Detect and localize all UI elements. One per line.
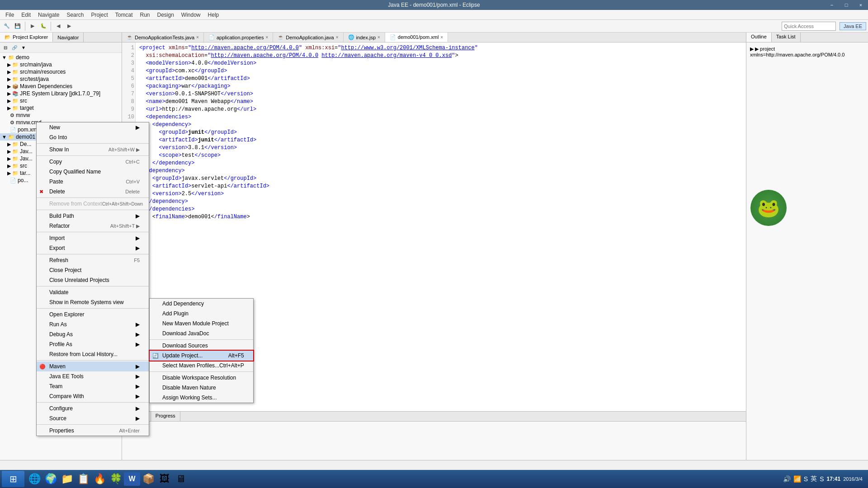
collapse-all-button[interactable]: ⊟ xyxy=(1,43,10,52)
toolbar-run[interactable]: ▶ xyxy=(28,21,38,31)
start-button[interactable]: ⊞ xyxy=(2,471,24,487)
tab-navigator[interactable]: Navigator xyxy=(53,33,84,42)
tab-pom-xml[interactable]: 📄 demo001/pom.xml × xyxy=(385,33,448,42)
maven-update-project[interactable]: 🔄 Update Project... Alt+F5 xyxy=(150,351,253,361)
taskbar-winamp-icon[interactable]: 📋 xyxy=(75,471,91,487)
cm-source[interactable]: Source▶ xyxy=(37,413,149,423)
tree-item-src-main-java[interactable]: ▶ 📁 src/main/java xyxy=(0,61,122,68)
menu-item-file[interactable]: File xyxy=(2,11,18,19)
tree-item-mvnw[interactable]: ⚙ mnvw xyxy=(0,112,122,119)
cm-open-explorer[interactable]: Open Explorer xyxy=(37,310,149,319)
taskbar-leaf-icon[interactable]: 🍀 xyxy=(108,471,124,487)
taskbar-img-icon[interactable]: 🖼 xyxy=(156,471,173,487)
cm-close-project[interactable]: Close Project xyxy=(37,265,149,275)
cm-go-into[interactable]: Go Into xyxy=(37,132,149,142)
cm-restore[interactable]: Restore from Local History... xyxy=(37,349,149,359)
tab-project-explorer[interactable]: 📂 Project Explorer xyxy=(0,33,53,42)
menu-item-help[interactable]: Help xyxy=(204,11,223,19)
cm-profile-as[interactable]: Profile As▶ xyxy=(37,339,149,349)
quick-access-input[interactable] xyxy=(782,22,836,31)
menu-item-run[interactable]: Run xyxy=(136,11,153,19)
maven-new-module[interactable]: New Maven Module Project xyxy=(150,319,253,328)
cm-show-remote[interactable]: Show in Remote Systems view xyxy=(37,297,149,307)
java-ee-perspective[interactable]: Java EE xyxy=(840,22,866,30)
tray-icon-s[interactable]: S xyxy=(820,475,824,483)
menu-item-project[interactable]: Project xyxy=(87,11,111,19)
cm-copy[interactable]: CopyCtrl+C xyxy=(37,157,149,167)
maven-download-javadoc[interactable]: Download JavaDoc xyxy=(150,328,253,338)
minimize-button[interactable]: − xyxy=(825,0,839,10)
cm-validate[interactable]: Validate xyxy=(37,287,149,297)
tree-item-demo[interactable]: ▼ 📁 demo xyxy=(0,54,122,61)
explorer-menu-button[interactable]: ▼ xyxy=(19,43,28,52)
cm-configure[interactable]: Configure▶ xyxy=(37,404,149,413)
tree-item-src-test[interactable]: ▶ 📁 src/test/java xyxy=(0,75,122,83)
tab-close[interactable]: × xyxy=(266,35,269,40)
tab-outline[interactable]: Outline xyxy=(746,33,772,42)
tree-item-maven-deps[interactable]: ▶ 📦 Maven Dependencies xyxy=(0,83,122,90)
cm-refresh[interactable]: RefreshF5 xyxy=(37,255,149,265)
tree-item-target[interactable]: ▶ 📁 target xyxy=(0,104,122,112)
maven-add-dep[interactable]: Add Dependency xyxy=(150,299,253,309)
cm-remove-context[interactable]: Remove from ContextCtrl+Alt+Shift+Down xyxy=(37,199,149,209)
taskbar-explorer-icon[interactable]: 📁 xyxy=(59,471,75,487)
taskbar-edge-icon[interactable]: 🌍 xyxy=(42,471,59,487)
toolbar-back[interactable]: ◀ xyxy=(53,21,63,31)
cm-properties[interactable]: PropertiesAlt+Enter xyxy=(37,426,149,436)
tray-icon-4[interactable]: 英 xyxy=(811,475,817,483)
outline-item[interactable]: ▶ ▶ project xmlns=http://maven.apache.or… xyxy=(748,44,866,59)
tab-close[interactable]: × xyxy=(377,35,380,40)
cm-import[interactable]: Import▶ xyxy=(37,233,149,243)
toolbar-forward[interactable]: ▶ xyxy=(64,21,74,31)
menu-item-edit[interactable]: Edit xyxy=(18,11,34,19)
maximize-button[interactable]: □ xyxy=(839,0,854,10)
tab-close[interactable]: × xyxy=(196,35,199,40)
cm-delete[interactable]: ✖DeleteDelete xyxy=(37,187,149,197)
toolbar-save[interactable]: 💾 xyxy=(13,21,23,31)
tab-index-jsp[interactable]: 🌐 index.jsp × xyxy=(344,33,385,42)
toolbar-new[interactable]: 🔧 xyxy=(2,21,12,31)
menu-item-tomcat[interactable]: Tomcat xyxy=(112,11,137,19)
menu-item-search[interactable]: Search xyxy=(63,11,87,19)
tab-close[interactable]: × xyxy=(336,35,339,40)
cm-refactor[interactable]: RefactorAlt+Shift+T ▶ xyxy=(37,221,149,231)
cm-new[interactable]: New▶ xyxy=(37,122,149,132)
taskbar-ie-icon[interactable]: 🌐 xyxy=(26,471,42,487)
cm-build-path[interactable]: Build Path▶ xyxy=(37,211,149,221)
link-editor-button[interactable]: 🔗 xyxy=(10,43,19,52)
cm-close-unrelated[interactable]: Close Unrelated Projects xyxy=(37,275,149,285)
maven-select-profiles[interactable]: Select Maven Profiles...Ctrl+Alt+P xyxy=(150,361,253,371)
cm-copy-qualified[interactable]: Copy Qualified Name xyxy=(37,167,149,177)
maven-disable-nature[interactable]: Disable Maven Nature xyxy=(150,383,253,393)
maven-assign-working-sets[interactable]: Assign Working Sets... xyxy=(150,393,253,403)
cm-debug-as[interactable]: Debug As▶ xyxy=(37,329,149,339)
maven-add-plugin[interactable]: Add Plugin xyxy=(150,309,253,319)
tab-demo-app[interactable]: ☕ DemoApplication.java × xyxy=(273,33,343,42)
close-button[interactable]: × xyxy=(854,0,868,10)
tab-app-properties[interactable]: 📄 application.properties × xyxy=(204,33,273,42)
taskbar-firefox-icon[interactable]: 🔥 xyxy=(91,471,108,487)
tab-progress[interactable]: Progress xyxy=(151,412,180,421)
cm-run-as[interactable]: Run As▶ xyxy=(37,319,149,329)
menu-item-design[interactable]: Design xyxy=(154,11,178,19)
tab-task-list[interactable]: Task List xyxy=(772,33,801,42)
cm-export[interactable]: Export▶ xyxy=(37,243,149,253)
tray-icon-2[interactable]: 📶 xyxy=(793,475,801,483)
tree-item-src[interactable]: ▶ 📁 src xyxy=(0,97,122,104)
tab-close[interactable]: × xyxy=(440,35,443,40)
taskbar-app-icon[interactable]: 🖥 xyxy=(173,471,189,487)
maven-download-sources[interactable]: Download Sources xyxy=(150,341,253,351)
tree-item-jre[interactable]: ▶ 📚 JRE System Library [jdk1.7.0_79] xyxy=(0,90,122,97)
cm-paste[interactable]: PasteCtrl+V xyxy=(37,177,149,187)
maven-disable-workspace[interactable]: Disable Workspace Resolution xyxy=(150,373,253,383)
cm-show-in[interactable]: Show InAlt+Shift+W ▶ xyxy=(37,145,149,155)
cm-maven[interactable]: 🔴Maven▶ xyxy=(37,361,149,371)
tree-item-src-main-res[interactable]: ▶ 📁 src/main/resources xyxy=(0,68,122,75)
cm-java-ee-tools[interactable]: Java EE Tools▶ xyxy=(37,371,149,381)
menu-item-navigate[interactable]: Navigate xyxy=(34,11,63,19)
taskbar-word-icon[interactable]: W xyxy=(124,472,140,486)
cm-team[interactable]: Team▶ xyxy=(37,381,149,391)
menu-item-window[interactable]: Window xyxy=(178,11,204,19)
cm-compare[interactable]: Compare With▶ xyxy=(37,391,149,401)
taskbar-eclipse-icon[interactable]: 📦 xyxy=(140,471,156,487)
